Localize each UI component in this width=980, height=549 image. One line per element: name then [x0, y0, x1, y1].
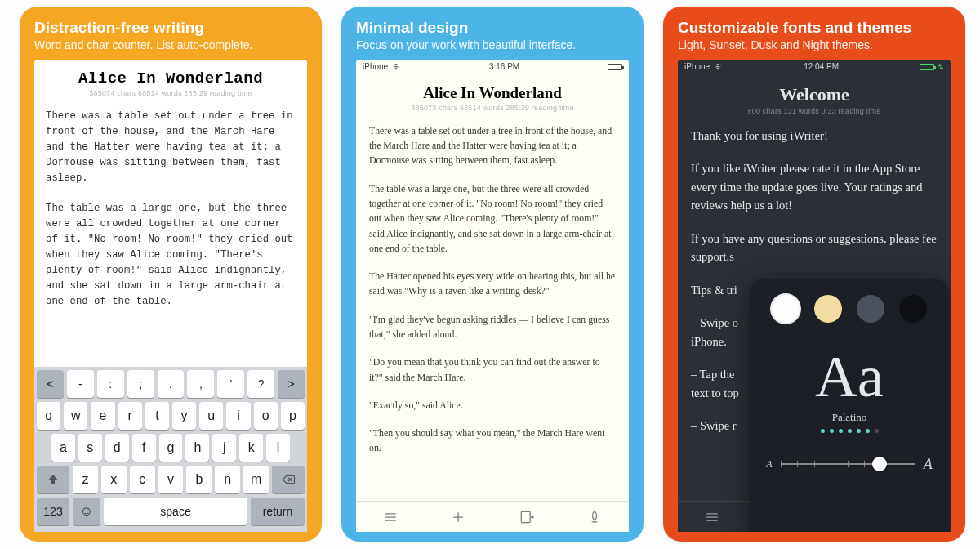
- editor-body[interactable]: There was a table set out under a tree i…: [356, 123, 629, 501]
- key-c[interactable]: c: [130, 466, 155, 493]
- paragraph: There was a table set out under a tree i…: [46, 109, 296, 186]
- charging-icon: ↯: [938, 62, 944, 71]
- paragraph: "Do you mean that you think you can find…: [369, 355, 616, 385]
- key-o[interactable]: o: [254, 402, 278, 430]
- key-z[interactable]: z: [73, 466, 98, 493]
- doc-stats: 385073 chars 68514 words 285:29 reading …: [356, 104, 629, 112]
- key-emoji[interactable]: ☺: [73, 498, 100, 525]
- paragraph: The table was a large one, but the three…: [369, 181, 616, 256]
- wifi-icon: [391, 62, 401, 72]
- key-chevron-left[interactable]: <: [37, 370, 64, 398]
- key-v[interactable]: v: [158, 466, 184, 493]
- key-dash[interactable]: -: [67, 370, 94, 398]
- paragraph: There was a table set out under a tree i…: [369, 123, 616, 168]
- menu-icon[interactable]: [381, 508, 399, 526]
- paragraph: The Hatter opened his eyes very wide on …: [369, 269, 616, 299]
- promo-panel-3: Customizable fonts and themes Light, Sun…: [663, 7, 965, 542]
- phone-screen-2: iPhone 3:16 PM Alice In Wonderland 38507…: [356, 60, 629, 532]
- export-icon[interactable]: [518, 508, 536, 526]
- key-j[interactable]: j: [212, 434, 236, 462]
- paragraph: "I'm glad they've begun asking riddles —…: [369, 312, 616, 342]
- key-123[interactable]: 123: [37, 498, 69, 525]
- key-shift[interactable]: [37, 466, 69, 493]
- font-name: Palatino: [832, 411, 867, 424]
- subline: Word and char counter. List auto-complet…: [34, 38, 307, 51]
- key-m[interactable]: m: [243, 466, 269, 493]
- key-p[interactable]: p: [281, 402, 305, 430]
- theme-light[interactable]: [772, 295, 800, 323]
- paragraph: If you have any questions or suggestions…: [691, 230, 938, 266]
- doc-title: Alice In Wonderland: [34, 69, 307, 87]
- theme-icon[interactable]: [586, 508, 604, 526]
- doc-title: Alice In Wonderland: [356, 84, 629, 102]
- bottom-toolbar: [356, 501, 629, 532]
- key-semicolon[interactable]: ;: [127, 370, 154, 398]
- key-y[interactable]: y: [172, 402, 196, 430]
- paragraph: Thank you for using iWriter!: [691, 127, 938, 145]
- key-w[interactable]: w: [64, 402, 87, 430]
- subline: Focus on your work with beautiful interf…: [356, 38, 629, 51]
- key-q[interactable]: q: [37, 402, 60, 430]
- key-space[interactable]: space: [104, 498, 247, 525]
- theme-swatches: [772, 295, 927, 323]
- paragraph: The table was a large one, but the three…: [46, 201, 296, 310]
- promo-panel-2: Minimal design Focus on your work with b…: [341, 7, 644, 542]
- key-colon[interactable]: :: [97, 370, 124, 398]
- key-b[interactable]: b: [186, 466, 212, 493]
- battery-icon: [920, 64, 934, 70]
- size-small-icon: A: [766, 458, 772, 471]
- key-h[interactable]: h: [185, 434, 209, 462]
- carrier-label: iPhone: [684, 62, 710, 71]
- theme-sunset[interactable]: [814, 295, 842, 323]
- keyboard: < - : ; . , ' ? > q w e r t y u i o p: [34, 367, 307, 532]
- key-f[interactable]: f: [132, 434, 156, 462]
- headline: Distraction-free writing: [34, 20, 307, 37]
- headline: Minimal design: [356, 20, 629, 37]
- subline: Light, Sunset, Dusk and Night themes.: [678, 38, 951, 51]
- font-pager-dots: [821, 429, 879, 433]
- clock: 12:04 PM: [804, 62, 839, 71]
- key-n[interactable]: n: [215, 466, 240, 493]
- key-e[interactable]: e: [91, 402, 114, 430]
- status-bar: iPhone 12:04 PM ↯: [678, 60, 951, 74]
- carrier-label: iPhone: [363, 62, 388, 71]
- key-question[interactable]: ?: [247, 370, 274, 398]
- key-r[interactable]: r: [118, 402, 142, 430]
- paragraph: "Exactly so," said Alice.: [369, 398, 616, 413]
- key-u[interactable]: u: [199, 402, 223, 430]
- font-sample: Aa: [815, 347, 884, 406]
- key-comma[interactable]: ,: [187, 370, 214, 398]
- key-l[interactable]: l: [266, 434, 290, 462]
- wifi-icon: [713, 62, 723, 72]
- doc-stats: 800 chars 131 words 0:33 reading time: [678, 107, 951, 115]
- font-size-slider[interactable]: A A: [766, 456, 933, 473]
- key-return[interactable]: return: [251, 498, 305, 525]
- theme-dusk[interactable]: [857, 295, 884, 323]
- size-large-icon: A: [924, 456, 933, 473]
- key-period[interactable]: .: [158, 370, 185, 398]
- menu-icon[interactable]: [703, 508, 721, 526]
- promo-panel-1: Distraction-free writing Word and char c…: [20, 7, 322, 542]
- add-icon[interactable]: [449, 508, 467, 526]
- key-k[interactable]: k: [239, 434, 263, 462]
- key-apostrophe[interactable]: ': [217, 370, 244, 398]
- phone-screen-3: iPhone 12:04 PM ↯ Welcome 800 chars 131 …: [678, 60, 951, 532]
- editor-body[interactable]: There was a table set out under a tree i…: [34, 109, 307, 367]
- key-x[interactable]: x: [101, 466, 127, 493]
- headline: Customizable fonts and themes: [678, 20, 951, 37]
- key-g[interactable]: g: [159, 434, 183, 462]
- key-chevron-right[interactable]: >: [278, 370, 305, 398]
- clock: 3:16 PM: [489, 62, 519, 71]
- slider-track[interactable]: [781, 463, 915, 465]
- key-s[interactable]: s: [78, 434, 102, 462]
- key-t[interactable]: t: [145, 402, 169, 430]
- key-backspace[interactable]: [272, 466, 305, 493]
- battery-icon: [608, 64, 622, 70]
- slider-knob[interactable]: [872, 457, 887, 471]
- theme-night[interactable]: [899, 295, 927, 323]
- doc-stats: 385074 chars 68514 words 285:29 reading …: [34, 89, 307, 97]
- key-d[interactable]: d: [105, 434, 129, 462]
- svg-rect-0: [521, 511, 530, 522]
- key-a[interactable]: a: [51, 434, 75, 462]
- key-i[interactable]: i: [226, 402, 250, 430]
